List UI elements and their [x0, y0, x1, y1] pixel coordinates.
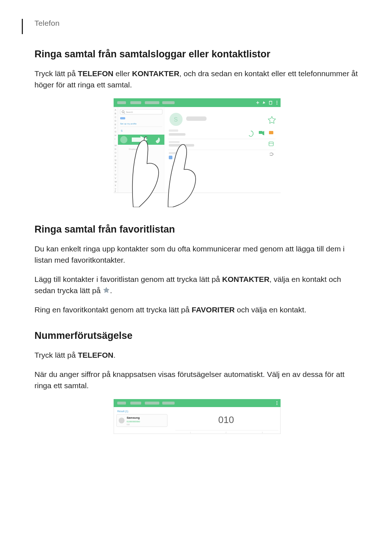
- text: Tryck lätt på: [34, 351, 78, 359]
- contact-name-blur: [186, 116, 207, 121]
- svg-rect-45: [169, 133, 185, 136]
- bold-kontakter: KONTAKTER: [222, 275, 269, 283]
- svg-text:P: P: [115, 155, 116, 157]
- svg-rect-2: [130, 101, 141, 104]
- star-icon: [103, 287, 110, 294]
- search-placeholder[interactable]: Search: [126, 111, 133, 113]
- svg-text:F: F: [115, 127, 116, 129]
- svg-text:W: W: [115, 181, 117, 183]
- svg-point-62: [276, 403, 277, 403]
- svg-text:M: M: [115, 144, 117, 147]
- prediction-name: Samsung: [127, 416, 140, 419]
- paragraph-fav-3: Ring en favoritkontakt genom att trycka …: [34, 304, 359, 315]
- svg-rect-44: [169, 130, 178, 132]
- svg-rect-57: [117, 402, 126, 405]
- avatar: [119, 418, 124, 423]
- svg-point-9: [276, 101, 277, 102]
- text: Lägg till kontakter i favoritlistan geno…: [34, 275, 222, 283]
- svg-text:C: C: [115, 116, 117, 118]
- document-page: Telefon Ringa samtal från samtalsloggar …: [0, 19, 392, 554]
- svg-point-61: [276, 401, 277, 402]
- heading-call-from-logs: Ringa samtal från samtalsloggar eller ko…: [34, 49, 359, 60]
- svg-text:O: O: [115, 152, 117, 154]
- svg-point-11: [276, 104, 277, 104]
- svg-text:H: H: [115, 134, 116, 136]
- swipe-right-icon: [132, 138, 140, 142]
- paragraph-fav-1: Du kan enkelt ringa upp kontakter som du…: [34, 243, 359, 266]
- text: .: [110, 286, 112, 295]
- paragraph-pred-2: När du anger siffror på knappsatsen visa…: [34, 369, 359, 391]
- svg-text:E: E: [115, 123, 116, 126]
- typed-number: 010: [218, 414, 234, 425]
- heading-favourites: Ringa samtal från favoritlistan: [34, 224, 359, 235]
- text: Tryck lätt på: [34, 69, 78, 78]
- heading-number-prediction: Nummerförutsägelse: [34, 330, 359, 341]
- paragraph-call-from-logs: Tryck lätt på TELEFON eller KONTAKTER, o…: [34, 68, 359, 90]
- svg-text:N: N: [115, 148, 116, 150]
- profile-link[interactable]: Set up my profile: [120, 123, 137, 125]
- page-edge-marker: [22, 19, 23, 34]
- svg-rect-60: [162, 402, 175, 405]
- prediction-number: 01000000000: [127, 420, 140, 423]
- svg-text:B: B: [115, 112, 116, 115]
- text: och välja en kontakt.: [235, 305, 306, 314]
- more-icon[interactable]: [276, 401, 277, 405]
- text: .: [113, 351, 115, 359]
- svg-rect-58: [130, 402, 141, 405]
- bold-telefon: TELEFON: [78, 69, 113, 78]
- svg-text:G: G: [115, 131, 117, 133]
- svg-rect-59: [145, 402, 159, 405]
- svg-text:V: V: [115, 177, 116, 179]
- svg-text:S: S: [115, 166, 116, 168]
- illustration-swipe-to-call: ABC DEF GHI MNO PQR STU VWX YZ Search Se…: [114, 98, 281, 207]
- svg-rect-47: [269, 131, 273, 134]
- svg-rect-3: [145, 101, 159, 104]
- prediction-card[interactable]: Samsung 01000000000 010: [117, 414, 167, 427]
- svg-text:X: X: [115, 184, 116, 186]
- svg-rect-55: [169, 156, 172, 159]
- more-icon[interactable]: [276, 101, 277, 104]
- paragraph-fav-2: Lägg till kontakter i favoritlistan geno…: [34, 274, 359, 296]
- svg-text:T: T: [115, 170, 116, 172]
- svg-point-10: [276, 102, 277, 103]
- svg-text:D: D: [115, 120, 117, 122]
- svg-rect-49: [169, 141, 180, 143]
- prediction-match: 010: [127, 423, 130, 426]
- bold-telefon: TELEFON: [78, 351, 113, 359]
- bold-kontakter: KONTAKTER: [132, 69, 179, 78]
- svg-text:Z: Z: [115, 190, 116, 192]
- section-letter: S: [121, 130, 123, 132]
- svg-text:S: S: [174, 116, 178, 123]
- svg-text:U: U: [115, 173, 116, 176]
- illustration-number-prediction: Result (1) Samsung 01000000000 010 010 1…: [114, 399, 281, 434]
- svg-text:R: R: [115, 163, 117, 165]
- svg-rect-1: [117, 101, 126, 104]
- text: Ring en favoritkontakt genom att trycka …: [34, 305, 192, 314]
- running-header: Telefon: [34, 19, 359, 28]
- svg-text:Q: Q: [115, 159, 117, 161]
- me-label: [120, 117, 125, 119]
- paragraph-pred-1: Tryck lätt på TELEFON.: [34, 349, 359, 361]
- svg-text:A: A: [115, 109, 116, 111]
- svg-point-63: [276, 404, 277, 405]
- svg-rect-46: [259, 131, 262, 134]
- bold-favoriter: FAVORITER: [192, 305, 235, 314]
- svg-rect-4: [162, 101, 175, 104]
- message-icon[interactable]: [269, 131, 273, 134]
- results-label: Result (1): [117, 410, 128, 413]
- text: eller: [113, 69, 132, 78]
- svg-point-41: [120, 136, 127, 143]
